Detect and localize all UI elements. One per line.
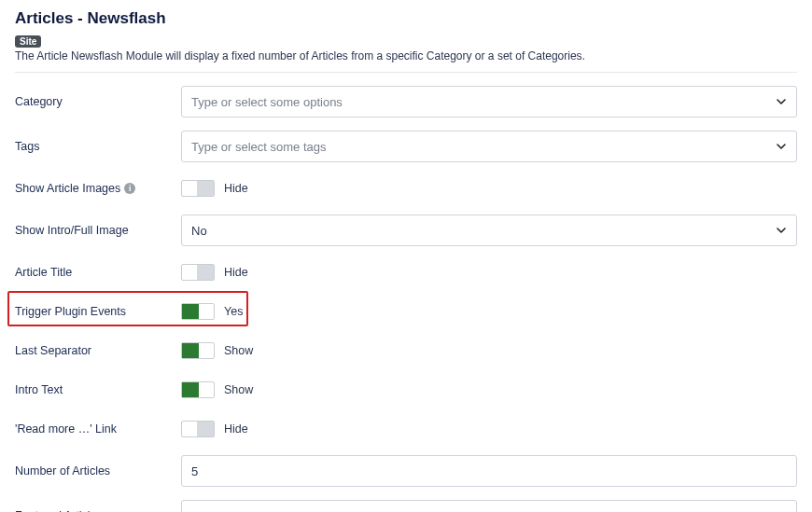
label-number-of-articles: Number of Articles xyxy=(15,464,181,477)
row-article-title: Article Title Hide xyxy=(15,259,797,285)
toggle-label-trigger-plugin-events: Yes xyxy=(224,305,243,318)
toggle-label-intro-text: Show xyxy=(224,383,253,396)
row-read-more-link: 'Read more …' Link Hide xyxy=(15,416,797,442)
info-icon[interactable]: i xyxy=(124,183,135,194)
toggle-intro-text[interactable] xyxy=(181,381,215,398)
label-category: Category xyxy=(15,95,181,108)
tags-placeholder: Type or select some tags xyxy=(191,140,327,154)
category-placeholder: Type or select some options xyxy=(191,95,343,109)
toggle-read-more-link[interactable] xyxy=(181,421,215,437)
label-trigger-plugin-events: Trigger Plugin Events xyxy=(15,305,181,318)
row-intro-text: Intro Text Show xyxy=(15,377,797,403)
select-show-intro-full-image[interactable]: No xyxy=(181,214,797,246)
chevron-down-icon xyxy=(776,225,787,236)
label-show-article-images: Show Article Images i xyxy=(15,182,181,195)
row-trigger-plugin-events: Trigger Plugin Events Yes xyxy=(15,298,797,325)
toggle-label-article-title: Hide xyxy=(224,266,248,279)
row-show-article-images: Show Article Images i Hide xyxy=(15,175,797,201)
label-article-title: Article Title xyxy=(15,266,181,279)
toggle-label-read-more-link: Hide xyxy=(224,422,248,436)
toggle-label-show-article-images: Hide xyxy=(224,182,248,195)
row-featured-articles: Featured Articles Show xyxy=(15,500,797,512)
label-tags: Tags xyxy=(15,140,181,153)
chevron-down-icon xyxy=(776,141,787,152)
module-description: The Article Newsflash Module will displa… xyxy=(15,49,797,62)
select-value: Show xyxy=(191,509,222,513)
label-read-more-link: 'Read more …' Link xyxy=(15,422,181,436)
toggle-trigger-plugin-events[interactable] xyxy=(181,303,215,320)
label-last-separator: Last Separator xyxy=(15,344,181,357)
page-title: Articles - Newsflash xyxy=(15,9,797,28)
tags-select[interactable]: Type or select some tags xyxy=(181,131,797,162)
select-featured-articles[interactable]: Show xyxy=(181,500,797,512)
toggle-show-article-images[interactable] xyxy=(181,180,215,197)
row-category: Category Type or select some options xyxy=(15,86,797,118)
row-number-of-articles: Number of Articles xyxy=(15,455,797,487)
toggle-label-last-separator: Show xyxy=(224,344,253,357)
toggle-last-separator[interactable] xyxy=(181,342,215,359)
site-badge: Site xyxy=(15,35,41,48)
input-number-of-articles[interactable] xyxy=(181,455,797,487)
label-intro-text: Intro Text xyxy=(15,383,181,396)
category-select[interactable]: Type or select some options xyxy=(181,86,797,118)
toggle-article-title[interactable] xyxy=(181,264,215,281)
row-show-intro-full-image: Show Intro/Full Image No xyxy=(15,214,797,246)
row-tags: Tags Type or select some tags xyxy=(15,131,797,162)
select-value: No xyxy=(191,224,207,238)
settings-form: Category Type or select some options Tag… xyxy=(15,86,797,512)
row-last-separator: Last Separator Show xyxy=(15,338,797,364)
divider xyxy=(15,72,797,73)
label-show-intro-full-image: Show Intro/Full Image xyxy=(15,224,181,237)
chevron-down-icon xyxy=(776,96,787,107)
